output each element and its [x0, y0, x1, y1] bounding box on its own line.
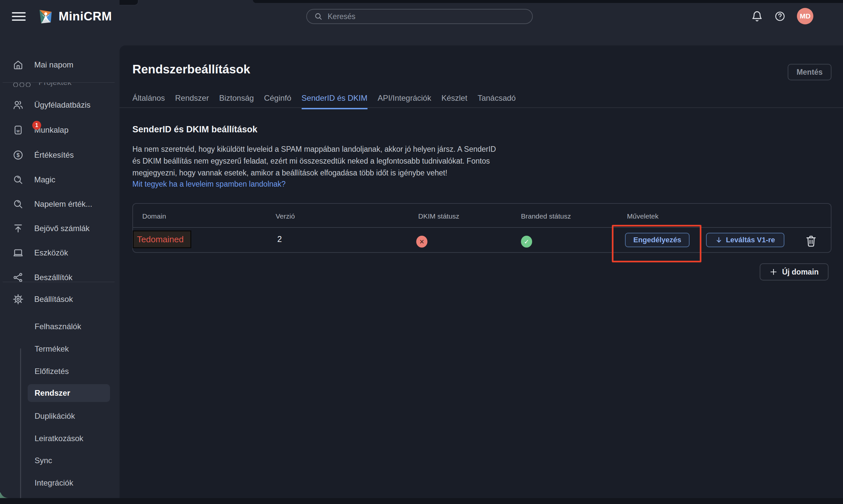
spam-help-link[interactable]: Mit tegyek ha a leveleim spamben landoln… [132, 180, 286, 188]
sidebar-subitem-felhasznalok[interactable]: Felhasználók [28, 318, 110, 336]
help-icon[interactable] [774, 11, 785, 22]
search-bar[interactable] [306, 9, 533, 24]
sidebar-item-bejovo-szamlak[interactable]: Bejövő számlák [0, 220, 115, 237]
hamburger-menu-icon[interactable] [12, 12, 26, 21]
arrow-down-icon [715, 236, 722, 244]
new-domain-button[interactable]: Új domain [760, 263, 828, 281]
tab-senderid-dkim[interactable]: SenderID és DKIM [302, 93, 367, 109]
gear-icon [13, 294, 24, 305]
sidebar-item-label: Magic [34, 175, 55, 184]
sidebar-subitem-label: Integrációk [35, 478, 73, 488]
sidebar-item-label: Értékesítés [34, 150, 74, 160]
column-header-domain: Domain [142, 212, 166, 220]
sidebar-item-beallitasok[interactable]: Beállítások [0, 291, 115, 308]
domain-table: Domain Verzió DKIM státusz Branded státu… [132, 203, 831, 253]
new-domain-button-label: Új domain [782, 268, 819, 276]
tab-ceginfo[interactable]: Céginfó [264, 93, 291, 109]
section-heading: SenderID és DKIM beállítások [132, 124, 257, 134]
tab-api-integraciok[interactable]: API/Integrációk [378, 93, 431, 109]
sidebar-item-napelem[interactable]: Napelem érték... [0, 196, 115, 213]
sidebar-subitem-label: Rendszer [35, 389, 70, 398]
search-input[interactable] [327, 12, 513, 21]
search-icon [314, 12, 323, 21]
home-icon [13, 59, 24, 70]
sidebar-subitem-elofizetes[interactable]: Előfizetés [28, 362, 110, 380]
tab-rendszer[interactable]: Rendszer [175, 93, 209, 109]
enable-button[interactable]: Engedélyezés [625, 233, 689, 247]
column-header-verzio: Verzió [275, 212, 295, 220]
sidebar-divider [3, 282, 114, 282]
magnifier-icon [13, 199, 24, 209]
branded-status-check-icon: ✓ [521, 236, 532, 248]
sidebar-item-label: Eszközök [34, 248, 68, 257]
sidebar-item-beszallitok[interactable]: Beszállítók [0, 269, 115, 286]
sidebar-subitem-termekek[interactable]: Termékek [28, 340, 110, 358]
subnav-rule [20, 348, 21, 504]
enable-button-label: Engedélyezés [633, 236, 681, 244]
sidebar-item-mai-napom[interactable]: Mai napom [0, 56, 115, 73]
sidebar-item-label: Ügyféladatbázis [34, 101, 91, 110]
sidebar-subitem-label: Leiratkozások [35, 434, 83, 443]
section-description: Ha nem szeretnéd, hogy kiküldött levelei… [132, 143, 496, 179]
switch-v1-button[interactable]: Leváltás V1-re [706, 233, 784, 247]
sidebar-subitem-label: Előfizetés [35, 367, 69, 376]
magnifier-icon [13, 175, 24, 185]
sidebar-item-ugyfeladatbazis[interactable]: Ügyféladatbázis [0, 96, 115, 113]
group-icon [13, 83, 31, 87]
sidebar-subitem-sync[interactable]: Sync [28, 452, 110, 469]
window-bottom-edge [0, 498, 843, 504]
save-button[interactable]: Mentés [788, 64, 831, 80]
sidebar: Mai napom Projektek Ügyféladatbázis w 1 … [0, 32, 120, 498]
worksheet-icon: w 1 [13, 125, 24, 135]
sidebar-subitem-label: Sync [35, 456, 52, 465]
svg-text:$: $ [16, 152, 20, 158]
description-line: Ha nem szeretnéd, hogy kiküldött levelei… [132, 143, 496, 155]
domain-name: Tedomained [137, 234, 184, 245]
sidebar-item-magic[interactable]: Magic [0, 171, 115, 188]
sidebar-subitem-integraciok[interactable]: Integrációk [28, 474, 110, 492]
switch-v1-button-label: Leváltás V1-re [726, 236, 775, 244]
description-line: megjegyezni, hogy vannak esetek, amikor … [132, 167, 496, 179]
minicrm-app: { "topbar": { "brand": "MiniCRM", "searc… [0, 0, 843, 504]
page-title: Rendszerbeállítások [132, 62, 250, 76]
table-header-divider [133, 227, 831, 228]
sidebar-item-projektek-clipped[interactable]: Projektek [13, 83, 99, 87]
munkalap-badge: 1 [32, 121, 41, 130]
dollar-circle-icon: $ [13, 150, 24, 160]
content-panel: Rendszerbeállítások Mentés Általános Ren… [120, 46, 843, 498]
settings-tabs: Általános Rendszer Biztonság Céginfó Sen… [132, 93, 516, 109]
delete-trash-icon[interactable] [805, 234, 817, 248]
sidebar-subitem-label: Felhasználók [35, 322, 81, 331]
sidebar-item-label: Beállítások [34, 295, 73, 304]
dkim-status-x-icon: ✕ [416, 236, 427, 248]
sidebar-item-ertekesites[interactable]: $ Értékesítés [0, 146, 115, 164]
sidebar-item-munkalap[interactable]: w 1 Munkalap [0, 122, 115, 139]
domain-cell-highlighted[interactable]: Tedomained [133, 231, 191, 248]
brand-name: MiniCRM [59, 10, 112, 23]
tabs-divider [120, 107, 843, 108]
notifications-bell-icon[interactable] [751, 10, 763, 22]
sidebar-item-label: Projektek [38, 83, 71, 87]
network-icon [13, 272, 24, 283]
topbar: MiniCRM MD [0, 0, 843, 46]
upload-tray-icon [13, 223, 24, 234]
sidebar-subitem-rendszer[interactable]: Rendszer [28, 384, 110, 402]
tab-biztonsag[interactable]: Biztonság [219, 93, 254, 109]
tab-altalanos[interactable]: Általános [132, 93, 165, 109]
column-header-branded: Branded státusz [521, 212, 571, 220]
sidebar-subitem-leiratkozasok[interactable]: Leiratkozások [28, 430, 110, 447]
avatar[interactable]: MD [797, 8, 813, 24]
sidebar-subitem-label: Duplikációk [35, 412, 75, 421]
sidebar-subitem-duplikaciok[interactable]: Duplikációk [28, 407, 110, 425]
sidebar-subitem-label: Termékek [35, 344, 69, 354]
svg-text:w: w [16, 129, 20, 133]
sidebar-item-label: Beszállítók [34, 273, 72, 282]
column-header-dkim: DKIM státusz [418, 212, 459, 220]
tab-tanacsado[interactable]: Tanácsadó [478, 93, 516, 109]
column-header-muveletek: Műveletek [627, 212, 659, 220]
plus-icon [770, 268, 777, 276]
description-line: és DKIM beállítás nem egyszerű feladat, … [132, 155, 496, 167]
sidebar-item-eszkozok[interactable]: Eszközök [0, 244, 115, 262]
tab-keszlet[interactable]: Készlet [441, 93, 467, 109]
minicrm-logo-icon [37, 7, 55, 26]
